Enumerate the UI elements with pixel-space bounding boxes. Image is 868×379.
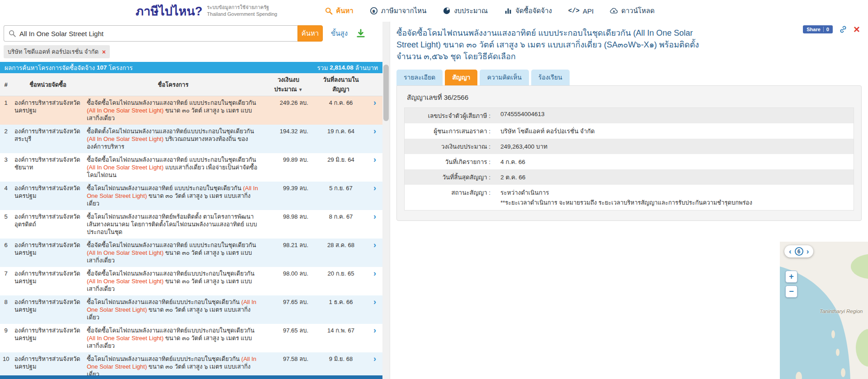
field-value: 0745554004613 (495, 108, 550, 123)
tab-contract[interactable]: สัญญา (445, 70, 477, 85)
row-chevron-icon[interactable]: › (367, 295, 382, 324)
nav-item-search[interactable]: ค้นหา (325, 5, 354, 16)
project-text: ซื้อโคมไฟถนนพลังงานแสงอาทิตย์พร้อมติดตั้… (87, 213, 257, 235)
contract-field-row: วันที่สิ้นสุดสัญญา :2 ต.ค. 66 (405, 169, 854, 185)
row-amount: 98.00 ลบ. (262, 267, 315, 295)
row-amount: 99.39 ลบ. (262, 182, 315, 210)
nav-item-download[interactable]: ดาวน์โหลด (610, 5, 655, 16)
download-results-button[interactable] (356, 28, 366, 38)
zoom-in-button[interactable]: + (785, 271, 797, 283)
col-header-actions (367, 73, 382, 96)
search-icon (8, 29, 16, 37)
nav-label: ภาษีมาจากไหน (381, 5, 427, 16)
row-date: 20 ก.ย. 65 (315, 267, 367, 295)
table-row[interactable]: 7องค์การบริหารส่วนจังหวัดนครปฐมซื้อจัดซื… (0, 267, 382, 295)
row-project: ซื้อจัดซื้อโคมไฟถนนพลังงานแสงอาทิตย์ แบบ… (84, 96, 262, 125)
col-header-amount[interactable]: วงเงินงบประมาณ▼ (262, 73, 315, 96)
project-text-highlight: (All In One Solar Street Light) (87, 335, 164, 342)
nav-item-api[interactable]: </> API (568, 7, 594, 15)
table-row[interactable]: 8องค์การบริหารส่วนจังหวัดนครปฐมซื้อโคมไฟ… (0, 295, 382, 324)
share-label: Share (807, 27, 821, 32)
row-chevron-icon[interactable]: › (367, 239, 382, 267)
row-number: 3 (0, 153, 12, 182)
table-row[interactable]: 4องค์การบริหารส่วนจังหวัดนครปฐมซื้อโคมไฟ… (0, 182, 382, 210)
row-project: ซื้อจัดซื้อโคมไฟถนนพลังงานแสงอาทิตย์แบบป… (84, 324, 262, 352)
top-header: ภาษีไปไหน? ระบบข้อมูลการใช้จ่ายภาครัฐ Th… (0, 0, 868, 22)
row-amount: 97.65 ลบ. (262, 295, 315, 324)
col-header-date[interactable]: วันที่ลงนามในสัญญา (315, 73, 367, 96)
tab-details[interactable]: รายละเอียด (396, 70, 443, 85)
results-table-body: 1องค์การบริหารส่วนจังหวัดนครปฐมซื้อจัดซื… (0, 96, 382, 379)
chip-close-icon[interactable]: × (102, 49, 106, 55)
row-project: ซื้อจัดซื้อโคมไฟถนนพลังงานแสงอาทิตย์แบบป… (84, 267, 262, 295)
row-amount: 249.26 ลบ. (262, 96, 315, 125)
contract-field-row: เลขประจำตัวผู้เสียภาษี :0745554004613 (405, 108, 854, 123)
pager-next-icon[interactable]: › (807, 248, 809, 255)
row-org: องค์การบริหารส่วนจังหวัดชัยนาท (12, 153, 84, 182)
table-row[interactable]: 5องค์การบริหารส่วนจังหวัดอุตรดิตถ์ซื้อโค… (0, 210, 382, 239)
tab-complaints[interactable]: ร้องเรียน (531, 70, 570, 85)
contract-tab-content: สัญญาเลขที่ 36/2566 เลขประจำตัวผู้เสียภา… (396, 85, 862, 221)
row-amount: 194.32 ลบ. (262, 125, 315, 153)
nav-item-procurement[interactable]: จัดซื้อจัดจ้าง (504, 5, 552, 16)
advanced-search-link[interactable]: ขั้นสูง (331, 28, 348, 39)
row-chevron-icon[interactable]: › (367, 125, 382, 153)
project-pager: ‹ 6 › (784, 245, 813, 257)
table-row[interactable]: 3องค์การบริหารส่วนจังหวัดชัยนาทซื้อจัดซื… (0, 153, 382, 182)
table-row[interactable]: 9องค์การบริหารส่วนจังหวัดนครปฐมซื้อจัดซื… (0, 324, 382, 352)
scrollbar-thumb[interactable] (383, 65, 389, 121)
tab-comments[interactable]: ความคิดเห็น (480, 70, 528, 85)
field-label: วันที่สิ้นสุดสัญญา : (405, 169, 495, 185)
col-header-org[interactable]: ชื่อหน่วยจัดซื้อ (12, 73, 84, 96)
row-number: 2 (0, 125, 12, 153)
project-text: ซื้อจัดซื้อโคมไฟถนนพลังงานแสงอาทิตย์ แบบ… (87, 99, 256, 106)
project-map[interactable]: ‹ 6 › + − ไม่พบพิกัดโครงการ Show desktop… (780, 242, 868, 379)
project-title: ซื้อจัดซื้อโคมไฟถนนพลังงานแสงอาทิตย์ แบบ… (396, 27, 708, 62)
zoom-out-button[interactable]: − (785, 285, 797, 298)
row-org: องค์การบริหารส่วนจังหวัดนครปฐม (12, 182, 84, 210)
field-label: วันที่เกิดรายการ : (405, 154, 495, 169)
search-button[interactable]: ค้นหา (297, 25, 323, 42)
nav-item-tax-origin[interactable]: ฿ ภาษีมาจากไหน (370, 5, 427, 16)
row-project: ซื้อโคมไฟถนนพลังงานแสงอาทิตย์ แบบประกอบใ… (84, 182, 262, 210)
site-subtitle: ระบบข้อมูลการใช้จ่ายภาครัฐ Thailand Gove… (207, 4, 277, 18)
project-text: ซื้อโคมไฟถนนพลังงานแสงอาทิตย์แบบประกอบใน… (87, 299, 241, 305)
table-row[interactable]: 6องค์การบริหารส่วนจังหวัดนครปฐมซื้อจัดซื… (0, 239, 382, 267)
row-chevron-icon[interactable]: › (367, 324, 382, 352)
row-chevron-icon[interactable]: › (367, 210, 382, 239)
row-chevron-icon[interactable]: › (367, 182, 382, 210)
pager-prev-icon[interactable]: ‹ (789, 248, 792, 255)
nav-item-budget[interactable]: งบประมาณ (443, 5, 488, 16)
map-place-label: Tanintharyi Region (820, 309, 863, 314)
close-detail-icon[interactable]: × (854, 25, 860, 33)
facebook-share-button[interactable]: Share 0 (803, 25, 833, 33)
results-panel: ค้นหา ขั้นสูง บริษัท โซดีแอคท์ คอร์ปอเรช… (0, 22, 382, 379)
table-row[interactable]: 2องค์การบริหารส่วนจังหวัดสระบุรีซื้อติดต… (0, 125, 382, 153)
project-text: ซื้อโคมไฟถนนพลังงานแสงอาทิตย์แบบประกอบใน… (87, 356, 241, 362)
permalink-button[interactable] (839, 25, 847, 33)
row-project: ซื้อจัดซื้อโคมไฟถนนพลังงานแสงอาทิตย์ แบบ… (84, 239, 262, 267)
nav-label: ดาวน์โหลด (621, 5, 655, 16)
row-chevron-icon[interactable]: › (367, 267, 382, 295)
project-text: ซื้อจัดซื้อโคมไฟถนนพลังงานแสงอาทิตย์แบบป… (87, 327, 255, 334)
logo-block[interactable]: ภาษีไปไหน? ระบบข้อมูลการใช้จ่ายภาครัฐ Th… (136, 1, 277, 21)
download-cloud-icon (610, 7, 618, 15)
row-project: ซื้อติดตั้งโคมไฟถนนพลังงานแสงอาทิตย์แบบป… (84, 125, 262, 153)
search-input[interactable] (4, 25, 297, 42)
pager-value: 6 (795, 247, 803, 256)
row-number: 9 (0, 324, 12, 352)
row-number: 7 (0, 267, 12, 295)
total-unit: ล้านบาท (355, 63, 378, 73)
table-row[interactable]: 1องค์การบริหารส่วนจังหวัดนครปฐมซื้อจัดซื… (0, 96, 382, 125)
filter-chip[interactable]: บริษัท โซดีแอคท์ คอร์ปอเรชั่น จำกัด × (4, 45, 110, 58)
summary-suffix: โครงการ (108, 63, 132, 73)
row-chevron-icon[interactable]: › (367, 153, 382, 182)
project-text-highlight: (All In One Solar Street Light) (87, 249, 164, 256)
results-summary-bar: ผลการค้นหาโครงการจัดซื้อจัดจ้าง 107 โครง… (0, 62, 382, 73)
results-scrollbar[interactable] (382, 22, 390, 379)
row-amount: 99.89 ลบ. (262, 153, 315, 182)
row-chevron-icon[interactable]: › (367, 96, 382, 125)
total-label: รวม (317, 63, 328, 73)
project-text: ซื้อจัดซื้อโคมไฟถนนพลังงานแสงอาทิตย์ แบบ… (87, 156, 256, 163)
col-header-project[interactable]: ชื่อโครงการ (84, 73, 262, 96)
